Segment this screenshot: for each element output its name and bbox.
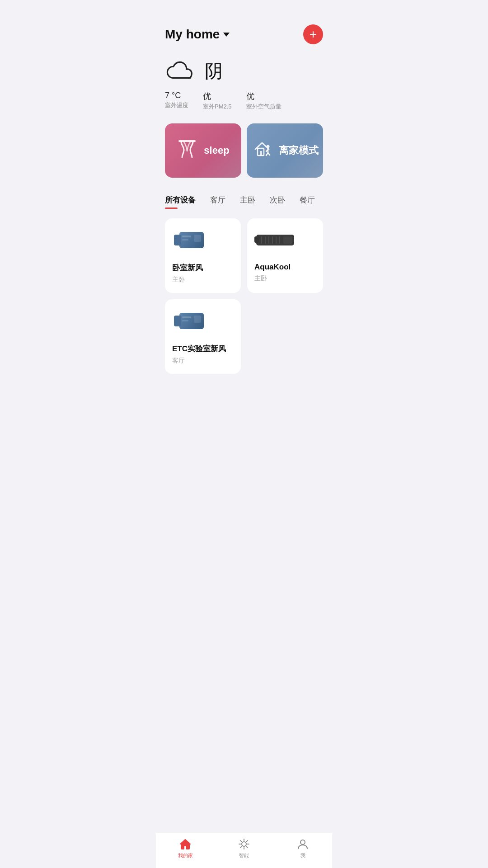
pm25-stat: 优 室外PM2.5 xyxy=(203,91,232,111)
svg-rect-25 xyxy=(182,316,191,318)
tab-all-devices[interactable]: 所有设备 xyxy=(165,191,203,211)
tab-row: 所有设备 客厅 主卧 次卧 餐厅 厨房 ··· xyxy=(165,190,323,211)
device-grid: 卧室新风 主卧 AquaKool xyxy=(156,211,332,381)
device-image-area-2 xyxy=(254,226,316,255)
cloud-icon xyxy=(165,60,197,83)
svg-rect-24 xyxy=(194,316,201,323)
tab-living-room[interactable]: 客厅 xyxy=(203,191,233,211)
leave-home-icon xyxy=(252,138,272,163)
mode-card-away[interactable]: 离家模式 xyxy=(247,123,323,178)
temperature-stat: 7 °C 室外温度 xyxy=(165,91,188,111)
svg-rect-11 xyxy=(182,236,191,237)
device-name-3: ETC实验室新风 xyxy=(172,344,234,354)
ventilation-unit-icon xyxy=(172,227,208,255)
device-image-area xyxy=(172,226,234,255)
pm25-label: 室外PM2.5 xyxy=(203,103,232,111)
tab-master-bedroom[interactable]: 主卧 xyxy=(233,191,263,211)
svg-rect-26 xyxy=(182,320,188,321)
svg-rect-10 xyxy=(194,235,201,242)
weather-stats: 7 °C 室外温度 优 室外PM2.5 优 室外空气质量 xyxy=(165,91,323,111)
weather-main: 阴 xyxy=(165,59,323,84)
svg-rect-9 xyxy=(174,235,181,245)
temperature-value: 7 °C xyxy=(165,91,188,100)
device-card-aquakool[interactable]: AquaKool 主卧 xyxy=(247,218,323,293)
svg-rect-21 xyxy=(283,236,292,244)
home-title-area[interactable]: My home xyxy=(165,27,230,42)
weather-section: 阴 7 °C 室外温度 优 室外PM2.5 优 室外空气质量 xyxy=(156,52,332,120)
tab-section: 所有设备 客厅 主卧 次卧 餐厅 厨房 ··· xyxy=(156,187,332,211)
device-card-ventilation2[interactable]: ETC实验室新风 客厅 xyxy=(165,299,241,374)
svg-point-3 xyxy=(266,145,269,148)
temperature-label: 室外温度 xyxy=(165,101,188,109)
tab-second-bedroom[interactable]: 次卧 xyxy=(263,191,292,211)
home-title: My home xyxy=(165,27,220,42)
mode-away-label: 离家模式 xyxy=(279,144,319,157)
ventilation-unit-icon-2 xyxy=(172,308,208,335)
add-button[interactable] xyxy=(303,24,323,44)
fancoil-unit-icon xyxy=(254,232,298,250)
device-room-2: 主卧 xyxy=(254,274,316,283)
chevron-down-icon xyxy=(223,33,230,37)
svg-rect-23 xyxy=(174,316,181,326)
svg-rect-14 xyxy=(254,236,259,243)
pm25-value: 优 xyxy=(203,91,232,102)
air-quality-stat: 优 室外空气质量 xyxy=(246,91,282,111)
air-quality-label: 室外空气质量 xyxy=(246,103,282,111)
header: My home xyxy=(156,0,332,52)
device-name-2: AquaKool xyxy=(254,263,316,272)
air-quality-value: 优 xyxy=(246,91,282,102)
device-room-3: 客厅 xyxy=(172,357,234,365)
mode-sleep-label: sleep xyxy=(204,145,229,156)
weather-condition: 阴 xyxy=(205,59,223,84)
device-image-area-3 xyxy=(172,307,234,336)
device-name-1: 卧室新风 xyxy=(172,263,234,273)
mode-section: sleep 离家模式 xyxy=(156,120,332,187)
svg-rect-2 xyxy=(260,151,262,156)
tab-dining-room[interactable]: 餐厅 xyxy=(292,191,322,211)
tab-kitchen[interactable]: 厨房 xyxy=(322,191,323,211)
curtain-icon xyxy=(177,138,197,163)
svg-line-7 xyxy=(268,153,270,155)
mode-card-sleep[interactable]: sleep xyxy=(165,123,241,178)
device-card-ventilation1[interactable]: 卧室新风 主卧 xyxy=(165,218,241,293)
svg-rect-12 xyxy=(182,239,188,241)
device-room-1: 主卧 xyxy=(172,276,234,284)
